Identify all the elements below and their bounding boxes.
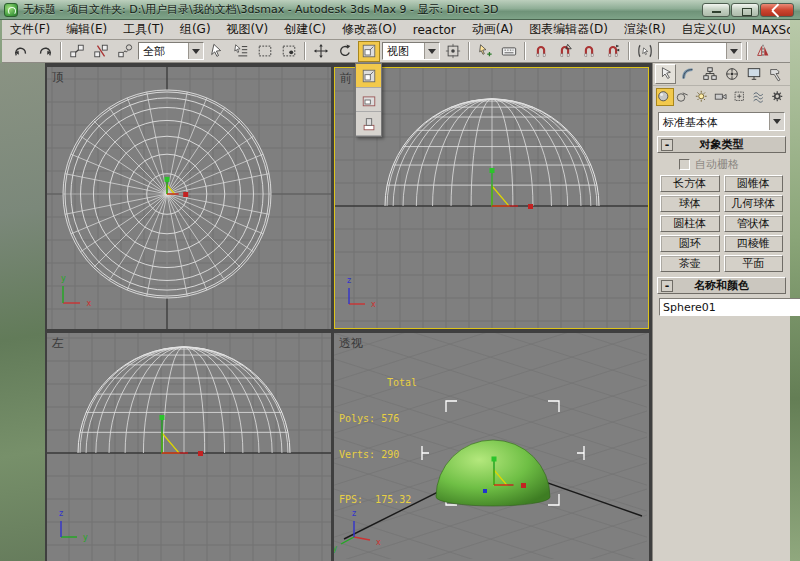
keyboard-shortcut-override-button[interactable] (498, 41, 520, 62)
dropdown-arrow-icon[interactable] (726, 43, 741, 59)
subcat-systems[interactable] (769, 88, 787, 106)
select-object-button[interactable] (206, 41, 228, 62)
menu-edit[interactable]: 编辑(E) (58, 19, 115, 40)
minimize-button[interactable] (702, 3, 730, 17)
percent-snap-button[interactable] (578, 41, 600, 62)
reference-coordinate-dropdown[interactable]: 视图 (382, 42, 440, 60)
left-viewport-canvas[interactable]: yz (47, 333, 331, 561)
undo-button[interactable] (10, 41, 32, 62)
pyramid-button[interactable]: 四棱锥 (724, 235, 784, 252)
bind-to-space-warp-button[interactable] (114, 41, 136, 62)
menu-rendering[interactable]: 渲染(R) (616, 19, 674, 40)
dropdown-arrow-icon[interactable] (188, 43, 203, 59)
tab-create[interactable] (655, 64, 676, 84)
geosphere-button[interactable]: 几何球体 (724, 195, 784, 212)
menu-reactor[interactable]: reactor (405, 21, 464, 39)
select-and-scale-button[interactable] (358, 41, 380, 62)
plane-button[interactable]: 平面 (724, 255, 784, 272)
squash-button[interactable] (356, 112, 381, 136)
svg-text:y: y (334, 544, 338, 553)
viewport-perspective-label[interactable]: 透视 (339, 335, 363, 352)
menu-modifiers[interactable]: 修改器(O) (334, 19, 405, 40)
select-and-manipulate-button[interactable] (474, 41, 496, 62)
subcat-cameras[interactable] (713, 88, 731, 106)
tab-modify[interactable] (677, 64, 698, 84)
toolbar-separator (304, 42, 306, 60)
use-pivot-center-button[interactable] (442, 41, 464, 62)
mirror-button[interactable] (752, 41, 774, 62)
non-uniform-scale-button[interactable] (356, 88, 381, 112)
teapot-button[interactable]: 茶壶 (660, 255, 720, 272)
viewport-top-label[interactable]: 顶 (52, 69, 64, 86)
dropdown-arrow-icon[interactable] (769, 113, 784, 130)
desktop-background-left (0, 63, 45, 561)
main-toolbar: 全部 视图 (2, 40, 792, 63)
tab-motion[interactable] (721, 64, 742, 84)
collapse-icon[interactable]: - (661, 280, 673, 292)
viewport-left-label[interactable]: 左 (52, 335, 64, 352)
rectangular-selection-region-button[interactable] (254, 41, 276, 62)
spinner-snap-button[interactable] (602, 41, 624, 62)
menu-create[interactable]: 创建(C) (276, 19, 334, 40)
snap-toggle-3d-button[interactable] (530, 41, 552, 62)
subcat-shapes[interactable] (675, 88, 693, 106)
viewport-left[interactable]: 左 yz (47, 333, 331, 561)
collapse-icon[interactable]: - (661, 139, 673, 151)
stat-verts: Verts: 290 (339, 449, 417, 461)
cone-button[interactable]: 圆锥体 (724, 175, 784, 192)
name-color-row (659, 298, 784, 316)
cylinder-button[interactable]: 圆柱体 (660, 215, 720, 232)
box-button[interactable]: 长方体 (660, 175, 720, 192)
close-button[interactable] (760, 3, 794, 17)
viewport-top[interactable]: 顶 xy (47, 67, 331, 329)
autogrid-label: 自动栅格 (695, 157, 739, 172)
create-subcategories (653, 86, 790, 108)
subcat-lights[interactable] (694, 88, 712, 106)
subcat-spacewarps[interactable] (750, 88, 768, 106)
tab-hierarchy[interactable] (699, 64, 720, 84)
maximize-button[interactable] (731, 3, 759, 17)
selection-filter-dropdown[interactable]: 全部 (138, 42, 204, 60)
svg-text:x: x (87, 299, 92, 308)
sphere-button[interactable]: 球体 (660, 195, 720, 212)
svg-text:z: z (59, 509, 63, 518)
autogrid-checkbox[interactable] (679, 159, 690, 170)
app-icon (4, 3, 18, 17)
redo-button[interactable] (34, 41, 56, 62)
tube-button[interactable]: 管状体 (724, 215, 784, 232)
menu-views[interactable]: 视图(V) (219, 19, 277, 40)
toolbar-separator (524, 42, 526, 60)
object-name-input[interactable] (659, 298, 800, 316)
named-selection-dropdown[interactable] (658, 42, 742, 60)
top-viewport-canvas[interactable]: xy (47, 67, 331, 329)
angle-snap-button[interactable] (554, 41, 576, 62)
svg-text:x: x (371, 300, 376, 309)
dropdown-arrow-icon[interactable] (424, 43, 439, 59)
primitive-category-dropdown[interactable]: 标准基本体 (658, 112, 785, 131)
menu-file[interactable]: 文件(F) (2, 19, 58, 40)
select-by-name-button[interactable] (230, 41, 252, 62)
tab-display[interactable] (743, 64, 764, 84)
menu-customize[interactable]: 自定义(U) (674, 19, 744, 40)
unlink-selection-button[interactable] (90, 41, 112, 62)
select-and-rotate-button[interactable] (334, 41, 356, 62)
tab-utilities[interactable] (765, 64, 786, 84)
viewport-perspective[interactable]: 透视 Total Polys: 576 Verts: 290 FPS: 175.… (334, 333, 649, 561)
window-crossing-toggle-button[interactable] (278, 41, 300, 62)
menu-tools[interactable]: 工具(T) (115, 19, 172, 40)
statistics-overlay: Total Polys: 576 Verts: 290 FPS: 175.32 (339, 353, 417, 530)
torus-button[interactable]: 圆环 (660, 235, 720, 252)
menu-animation[interactable]: 动画(A) (464, 19, 522, 40)
uniform-scale-button[interactable] (356, 64, 381, 88)
subcat-geometry[interactable] (656, 88, 674, 106)
select-and-move-button[interactable] (310, 41, 332, 62)
subcat-helpers[interactable] (731, 88, 749, 106)
select-and-link-button[interactable] (66, 41, 88, 62)
name-color-rollout-header[interactable]: - 名称和颜色 (657, 277, 786, 294)
window-title: 无标题 - 项目文件夹: D:\用户目录\我的文档\3dsmax - Autod… (23, 2, 499, 17)
menu-group[interactable]: 组(G) (172, 19, 219, 40)
viewport-front-label[interactable]: 前 (340, 70, 352, 87)
edit-named-selection-button[interactable] (634, 41, 656, 62)
object-type-rollout-header[interactable]: - 对象类型 (657, 136, 786, 153)
menu-graph-editors[interactable]: 图表编辑器(D) (521, 19, 616, 40)
